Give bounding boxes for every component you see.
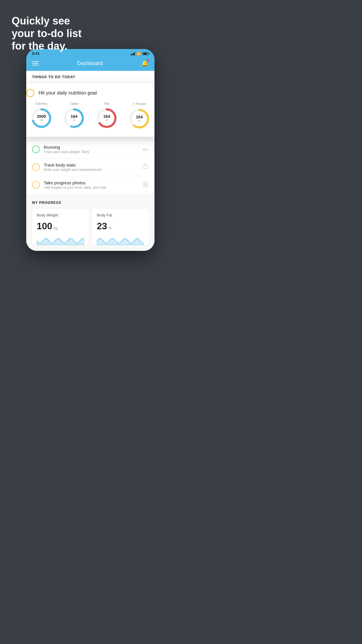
header-title: Dashboard	[77, 60, 103, 66]
todo-text-wrap: Track body statsEnter your weight and me…	[44, 162, 138, 172]
donut-value: 164	[103, 114, 110, 119]
notification-bell-icon[interactable]: 🔔	[141, 60, 149, 67]
donut-chart: 2000 cal	[30, 107, 52, 129]
app-header: Dashboard 🔔	[26, 57, 154, 71]
progress-cards: Body Weight100kg Body Fat23%	[32, 209, 149, 245]
progress-value-row: 23%	[97, 221, 144, 232]
todo-text-wrap: Take progress photosAdd images of your f…	[44, 180, 138, 190]
metric-item: ★ Protein 164 g	[128, 102, 150, 130]
todo-item[interactable]: RunningTrack your stats (target: 5km)	[26, 140, 154, 158]
signal-icon	[131, 52, 135, 55]
status-icons: 📶	[131, 52, 149, 56]
donut-value: 164	[71, 114, 77, 119]
todo-item-icon	[142, 146, 149, 153]
donut-unit: cal	[37, 119, 46, 122]
todo-circle-icon[interactable]	[32, 163, 40, 171]
things-header: THINGS TO DO TODAY	[26, 71, 154, 82]
todo-item-subtitle: Enter your weight and measurements	[44, 168, 138, 172]
todo-item-icon	[142, 163, 149, 171]
nutrition-card-header: Hit your daily nutrition goal	[26, 89, 154, 97]
donut-center: 164 g	[136, 115, 143, 122]
todo-item-title: Track body stats	[44, 162, 138, 167]
donut-chart: 164 g	[63, 107, 85, 129]
todo-circle-icon[interactable]	[32, 146, 40, 153]
todo-item-subtitle: Add images of your front, back, and side	[44, 186, 138, 190]
hero-line2: your to-do list	[12, 27, 82, 40]
hero-line1: Quickly see	[12, 15, 82, 27]
menu-icon[interactable]	[32, 61, 38, 65]
phone-frame: 9:41 📶 Dashboard 🔔 THINGS	[26, 49, 154, 251]
progress-card[interactable]: Body Weight100kg	[32, 209, 89, 245]
todo-item-subtitle: Track your stats (target: 5km)	[44, 150, 138, 154]
mini-chart	[37, 235, 84, 245]
progress-card[interactable]: Body Fat23%	[92, 209, 149, 245]
battery-icon	[142, 52, 149, 55]
progress-value: 100	[37, 221, 52, 232]
mini-chart	[97, 235, 144, 245]
svg-rect-8	[143, 149, 148, 150]
svg-point-11	[145, 183, 146, 185]
progress-card-title: Body Fat	[97, 213, 144, 217]
todo-item-icon	[142, 181, 149, 189]
hero-line3: for the day.	[12, 40, 82, 52]
donut-center: 164 g	[71, 114, 77, 122]
svg-rect-9	[143, 165, 148, 169]
metric-label: Carbs	[70, 102, 78, 105]
metric-item: Fat 164 g	[96, 102, 118, 130]
donut-chart: 164 g	[96, 107, 118, 129]
notification-dot	[147, 59, 149, 62]
progress-value-row: 100kg	[37, 221, 84, 232]
nutrition-card: Hit your daily nutrition goal Calories 2…	[26, 83, 154, 137]
donut-center: 164 g	[103, 114, 110, 122]
hero-text: Quickly see your to-do list for the day.	[12, 15, 82, 52]
donut-unit: g	[103, 119, 110, 122]
todo-circle-icon[interactable]	[32, 181, 40, 189]
donut-unit: g	[136, 120, 143, 123]
nutrition-metrics: Calories 2000 cal Carbs 164 g Fat 164 g …	[26, 102, 154, 130]
todo-item[interactable]: Track body statsEnter your weight and me…	[26, 158, 154, 176]
app-content: THINGS TO DO TODAY Hit your daily nutrit…	[26, 71, 154, 251]
metric-item: Carbs 164 g	[63, 102, 85, 130]
todo-item-title: Running	[44, 145, 138, 150]
progress-section: MY PROGRESS Body Weight100kg Body Fat23%	[26, 194, 154, 251]
metric-item: Calories 2000 cal	[30, 102, 52, 130]
progress-unit: kg	[53, 226, 57, 230]
progress-unit: %	[108, 226, 112, 230]
progress-section-title: MY PROGRESS	[32, 201, 149, 205]
donut-value: 164	[136, 115, 143, 119]
donut-unit: g	[71, 119, 77, 122]
nutrition-title: Hit your daily nutrition goal	[38, 90, 97, 96]
progress-card-title: Body Weight	[37, 213, 84, 217]
donut-value: 2000	[37, 114, 46, 119]
donut-chart: 164 g	[128, 108, 150, 130]
star-icon: ★	[132, 102, 136, 106]
donut-center: 2000 cal	[37, 114, 46, 122]
todo-text-wrap: RunningTrack your stats (target: 5km)	[44, 145, 138, 154]
todo-item-title: Take progress photos	[44, 180, 138, 185]
wifi-icon: 📶	[136, 52, 141, 56]
nutrition-radio-icon[interactable]	[26, 89, 34, 97]
metric-label: Calories	[36, 102, 47, 105]
metric-label: Fat	[104, 102, 109, 105]
todo-item[interactable]: Take progress photosAdd images of your f…	[26, 176, 154, 194]
metric-label: ★ Protein	[132, 102, 146, 106]
progress-value: 23	[97, 221, 107, 232]
